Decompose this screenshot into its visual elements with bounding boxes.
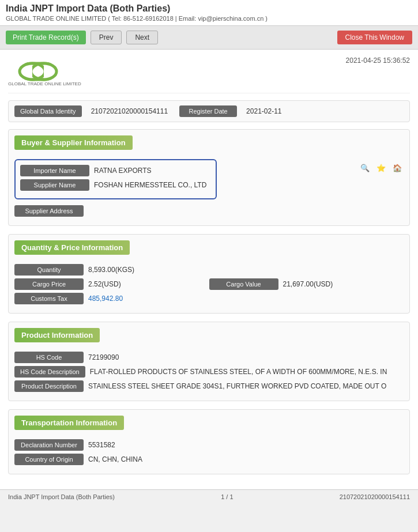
- buyer-supplier-header-wrap: Buyer & Supplier Information: [14, 135, 404, 154]
- product-desc-value: STAINLESS STEEL SHEET GRADE 304S1, FURTH…: [84, 382, 404, 390]
- footer-center: 1 / 1: [221, 493, 233, 500]
- close-button[interactable]: Close This Window: [337, 31, 412, 44]
- importer-row: Importer Name RATNA EXPORTS: [20, 165, 211, 176]
- cargo-price-value: 2.52(USD): [84, 280, 209, 288]
- cargo-value-label: Cargo Value: [209, 278, 278, 290]
- buyer-supplier-section: Buyer & Supplier Information Importer Na…: [8, 129, 410, 226]
- global-data-label: Global Data Identity: [14, 105, 82, 117]
- supplier-value: FOSHAN HERMESSTEEL CO., LTD: [89, 181, 211, 189]
- quantity-price-header-wrap: Quantity & Price Information: [14, 240, 404, 259]
- quantity-price-section: Quantity & Price Information Quantity 8,…: [8, 234, 410, 314]
- register-date-label: Register Date: [179, 105, 237, 117]
- product-desc-label: Product Description: [14, 380, 84, 392]
- identity-group: Global Data Identity 2107202102000015411…: [14, 105, 172, 117]
- print-button[interactable]: Print Trade Record(s): [6, 31, 86, 44]
- declaration-label: Declaration Number: [14, 439, 84, 451]
- country-origin-row: Country of Origin CN, CHN, CHINA: [14, 454, 404, 465]
- page-footer: India JNPT Import Data (Both Parties) 1 …: [0, 489, 418, 504]
- prev-button[interactable]: Prev: [91, 31, 122, 44]
- declaration-row: Declaration Number 5531582: [14, 439, 404, 451]
- page-header: India JNPT Import Data (Both Parties) GL…: [0, 0, 418, 26]
- product-header-wrap: Product Information: [14, 328, 404, 347]
- transportation-title: Transportation Information: [14, 416, 124, 430]
- record-datetime: 2021-04-25 15:36:52: [346, 56, 410, 65]
- svg-text:GLOBAL TRADE ONLINE LIMITED: GLOBAL TRADE ONLINE LIMITED: [8, 81, 81, 86]
- hs-code-value: 72199090: [84, 353, 404, 361]
- declaration-value: 5531582: [84, 441, 404, 449]
- hs-code-desc-value: FLAT-ROLLED PRODUCTS OF STAINLESS STEEL,…: [85, 368, 404, 376]
- star-icon[interactable]: ⭐: [375, 161, 387, 174]
- quantity-value: 8,593.00(KGS): [84, 266, 404, 274]
- main-content: GLOBAL TRADE ONLINE LIMITED 2021-04-25 1…: [0, 50, 418, 489]
- product-desc-row: Product Description STAINLESS STEEL SHEE…: [14, 380, 404, 392]
- country-origin-value: CN, CHN, CHINA: [84, 455, 404, 463]
- supplier-label: Supplier Name: [20, 179, 89, 191]
- customs-tax-row: Customs Tax 485,942.80: [14, 293, 404, 304]
- footer-left: India JNPT Import Data (Both Parties): [8, 493, 115, 500]
- importer-label: Importer Name: [20, 165, 89, 176]
- hs-code-label: HS Code: [14, 352, 84, 363]
- hs-code-desc-label: HS Code Description: [14, 366, 85, 378]
- toolbar: Print Trade Record(s) Prev Next Close Th…: [0, 26, 418, 50]
- page-title: India JNPT Import Data (Both Parties): [6, 3, 412, 14]
- logo-area: GLOBAL TRADE ONLINE LIMITED: [8, 56, 100, 88]
- identity-section: Global Data Identity 2107202102000015411…: [8, 100, 410, 122]
- supplier-address-row: Supplier Address: [14, 205, 217, 217]
- customs-tax-label: Customs Tax: [14, 293, 84, 304]
- register-date-value: 2021-02-11: [242, 107, 286, 115]
- quantity-price-title: Quantity & Price Information: [14, 240, 130, 255]
- supplier-row: Supplier Name FOSHAN HERMESSTEEL CO., LT…: [20, 179, 211, 191]
- quantity-label: Quantity: [14, 264, 84, 276]
- buyer-supplier-title: Buyer & Supplier Information: [14, 135, 133, 150]
- product-title: Product Information: [14, 328, 100, 342]
- importer-value: RATNA EXPORTS: [89, 167, 211, 175]
- cargo-price-label: Cargo Price: [14, 278, 84, 290]
- global-data-value: 21072021020000154111: [86, 107, 172, 115]
- supplier-address-label: Supplier Address: [14, 205, 84, 217]
- footer-right: 21072021020000154111: [340, 493, 410, 500]
- record-header: GLOBAL TRADE ONLINE LIMITED 2021-04-25 1…: [8, 56, 410, 93]
- product-section: Product Information HS Code 72199090 HS …: [8, 322, 410, 401]
- quantity-row: Quantity 8,593.00(KGS): [14, 264, 404, 276]
- buyer-supplier-inner-box: Importer Name RATNA EXPORTS Supplier Nam…: [14, 159, 217, 199]
- customs-tax-value: 485,942.80: [84, 295, 404, 303]
- company-logo: GLOBAL TRADE ONLINE LIMITED: [8, 56, 100, 86]
- cargo-price-row: Cargo Price 2.52(USD) Cargo Value 21,697…: [14, 278, 404, 290]
- next-button[interactable]: Next: [126, 31, 158, 44]
- hs-code-desc-row: HS Code Description FLAT-ROLLED PRODUCTS…: [14, 366, 404, 378]
- transportation-header-wrap: Transportation Information: [14, 416, 404, 435]
- country-origin-label: Country of Origin: [14, 454, 84, 465]
- home-icon[interactable]: 🏠: [391, 161, 404, 174]
- register-group: Register Date 2021-02-11: [179, 105, 286, 117]
- cargo-value-value: 21,697.00(USD): [278, 280, 404, 288]
- hs-code-row: HS Code 72199090: [14, 352, 404, 363]
- search-icon[interactable]: 🔍: [359, 161, 371, 174]
- page-subtitle: GLOBAL TRADE ONLINE LIMITED ( Tel: 86-51…: [6, 15, 412, 22]
- transportation-section: Transportation Information Declaration N…: [8, 409, 410, 474]
